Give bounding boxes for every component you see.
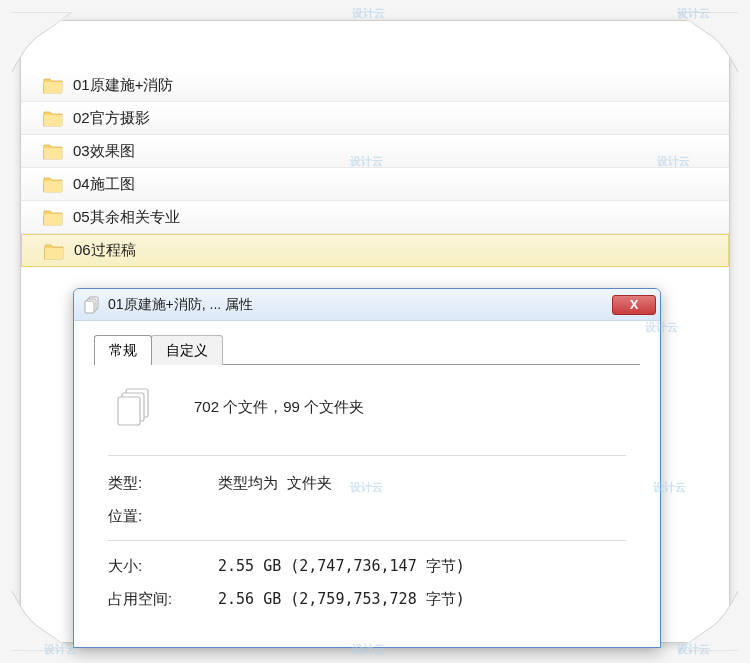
svg-rect-5 xyxy=(118,397,140,425)
prop-row-disk: 占用空间: 2.56 GB (2,759,753,728 字节) xyxy=(108,590,626,609)
documents-icon xyxy=(84,296,102,314)
app-window: 01原建施+消防 02官方摄影 03效果图 04施工图 05其余相关专业 xyxy=(20,20,730,643)
prop-row-size: 大小: 2.55 GB (2,747,736,147 字节) xyxy=(108,557,626,576)
watermark: 设计云 xyxy=(677,6,710,21)
folder-icon xyxy=(44,242,64,260)
multi-document-icon xyxy=(112,385,156,429)
properties-dialog: 01原建施+消防, ... 属性 X 常规 自定义 702 个文件，99 个文件… xyxy=(73,288,661,648)
close-icon: X xyxy=(630,297,639,312)
folder-label: 01原建施+消防 xyxy=(73,76,173,95)
watermark: 设计云 xyxy=(352,6,385,21)
prop-row-type: 类型: 类型均为 文件夹 xyxy=(108,474,626,493)
folder-icon xyxy=(43,208,63,226)
prop-label-location: 位置: xyxy=(108,507,218,526)
prop-label-size: 大小: xyxy=(108,557,218,576)
divider xyxy=(108,540,626,541)
folder-row[interactable]: 01原建施+消防 xyxy=(21,69,729,102)
folder-list: 01原建施+消防 02官方摄影 03效果图 04施工图 05其余相关专业 xyxy=(21,69,729,267)
folder-icon xyxy=(43,76,63,94)
folder-row[interactable]: 05其余相关专业 xyxy=(21,201,729,234)
folder-row[interactable]: 02官方摄影 xyxy=(21,102,729,135)
folder-icon xyxy=(43,175,63,193)
folder-icon xyxy=(43,142,63,160)
watermark: 设计云 xyxy=(677,642,710,657)
folder-row[interactable]: 03效果图 xyxy=(21,135,729,168)
prop-value-type: 类型均为 文件夹 xyxy=(218,474,332,493)
folder-row-selected[interactable]: 06过程稿 xyxy=(21,234,729,267)
summary-row: 702 个文件，99 个文件夹 xyxy=(108,385,626,456)
svg-rect-2 xyxy=(85,301,94,313)
folder-label: 03效果图 xyxy=(73,142,135,161)
dialog-title: 01原建施+消防, ... 属性 xyxy=(108,296,612,314)
prop-row-location: 位置: xyxy=(108,507,626,526)
prop-value-disk: 2.56 GB (2,759,753,728 字节) xyxy=(218,590,465,609)
folder-row[interactable]: 04施工图 xyxy=(21,168,729,201)
close-button[interactable]: X xyxy=(612,295,656,315)
folder-label: 02官方摄影 xyxy=(73,109,150,128)
prop-label-disk: 占用空间: xyxy=(108,590,218,609)
folder-icon xyxy=(43,109,63,127)
dialog-titlebar[interactable]: 01原建施+消防, ... 属性 X xyxy=(74,289,660,321)
prop-value-size: 2.55 GB (2,747,736,147 字节) xyxy=(218,557,465,576)
tab-panel-general: 702 个文件，99 个文件夹 类型: 类型均为 文件夹 位置: 大小: 2.5… xyxy=(94,364,640,633)
tab-general[interactable]: 常规 xyxy=(94,335,152,365)
tab-strip: 常规 自定义 xyxy=(94,335,660,365)
summary-text: 702 个文件，99 个文件夹 xyxy=(194,398,364,417)
prop-label-type: 类型: xyxy=(108,474,218,493)
tab-custom[interactable]: 自定义 xyxy=(151,335,223,365)
folder-label: 06过程稿 xyxy=(74,241,136,260)
folder-label: 04施工图 xyxy=(73,175,135,194)
folder-label: 05其余相关专业 xyxy=(73,208,180,227)
